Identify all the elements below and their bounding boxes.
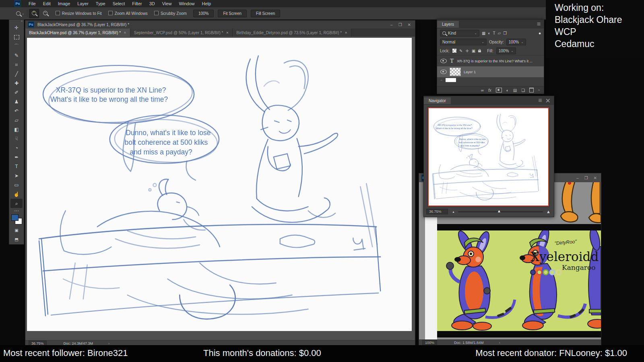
menu-view[interactable]: View bbox=[159, 1, 175, 6]
zoom-out-mountain-icon[interactable]: ▲ bbox=[452, 210, 455, 213]
filter-type-icon[interactable]: T bbox=[493, 31, 495, 35]
edit-toolbar-button[interactable]: ⋯ bbox=[10, 208, 23, 214]
zoom-100-button[interactable]: 100% bbox=[193, 10, 214, 17]
maximize-icon[interactable]: ❐ bbox=[398, 23, 402, 27]
navigator-zoom-slider[interactable]: ▲ bbox=[458, 211, 543, 212]
zoom-tool[interactable]: ⌕ bbox=[10, 199, 23, 208]
visibility-eye-icon[interactable] bbox=[440, 70, 447, 74]
lasso-tool[interactable]: ⌒ bbox=[10, 42, 23, 51]
slider-thumb[interactable]: ▲ bbox=[497, 209, 501, 213]
background-layer-row[interactable]: − bbox=[437, 77, 544, 82]
layers-panel-tab[interactable]: Layers bbox=[437, 21, 459, 28]
menu-edit[interactable]: Edit bbox=[39, 1, 54, 6]
tool-preset-picker[interactable]: ⌄ bbox=[14, 10, 27, 17]
menu-layer[interactable]: Layer bbox=[74, 1, 92, 6]
fill-screen-button[interactable]: Fill Screen bbox=[251, 10, 280, 17]
canvas-area[interactable] bbox=[26, 37, 415, 341]
link-layers-icon[interactable]: ∞ bbox=[481, 88, 484, 93]
tab-close-icon[interactable]: ✕ bbox=[124, 31, 126, 35]
new-layer-icon[interactable]: ❏ bbox=[521, 88, 525, 93]
document-window-titlebar[interactable]: Ps BlackJackOHare.psd @ 36.7% (Layer 1, … bbox=[25, 21, 415, 29]
close-icon[interactable]: ✕ bbox=[545, 97, 551, 105]
tab-september-wcp[interactable]: September_WCP.psd @ 50% (Layer 1, RGB/8#… bbox=[130, 29, 233, 37]
navigator-view-box[interactable] bbox=[428, 107, 549, 206]
status-menu-arrow-icon[interactable]: › bbox=[499, 341, 500, 345]
tab-close-icon[interactable]: ✕ bbox=[345, 31, 347, 35]
artboard[interactable] bbox=[27, 38, 412, 331]
crop-tool[interactable]: ⌗ bbox=[10, 60, 23, 70]
zoom-in-mountain-icon[interactable]: ▲ bbox=[546, 209, 551, 214]
filter-shape-icon[interactable]: ▱ bbox=[498, 31, 501, 35]
clone-stamp-tool[interactable]: ♟ bbox=[10, 97, 23, 107]
tab-birthday-eddie[interactable]: Birthday_Eddie_Dirtyroo.psd @ 73.5% (Lay… bbox=[233, 29, 351, 37]
layer-filter-dropdown[interactable]: Kind⌄ bbox=[440, 30, 479, 37]
delete-layer-icon[interactable] bbox=[529, 88, 534, 93]
filter-adjustment-icon[interactable]: ◐ bbox=[488, 31, 490, 35]
menu-type[interactable]: Type bbox=[92, 1, 109, 6]
add-mask-icon[interactable] bbox=[496, 88, 502, 93]
lock-artboard-icon[interactable]: ▣ bbox=[472, 49, 475, 53]
new-group-icon[interactable]: ▤ bbox=[513, 88, 517, 93]
blend-mode-dropdown[interactable]: Normal⌄ bbox=[440, 39, 487, 45]
background-layer-thumbnail[interactable] bbox=[446, 78, 456, 82]
close-icon[interactable]: ✕ bbox=[408, 23, 411, 27]
eyedropper-tool[interactable]: ╱ bbox=[10, 70, 23, 79]
dodge-tool[interactable]: ◔ bbox=[10, 143, 23, 152]
path-selection-tool[interactable]: ➤ bbox=[10, 171, 23, 180]
minimize-icon[interactable]: – bbox=[390, 23, 393, 27]
navigator-panel-tab[interactable]: Navigator bbox=[424, 97, 451, 104]
filter-pixel-icon[interactable]: ▦ bbox=[482, 31, 485, 35]
scrubby-zoom-checkbox[interactable]: Scrubby Zoom bbox=[154, 11, 187, 16]
opacity-dropdown[interactable]: 100%⌄ bbox=[506, 39, 526, 45]
gradient-tool[interactable]: ◧ bbox=[10, 125, 23, 134]
zoom-all-windows-checkbox[interactable]: Zoom All Windows bbox=[108, 11, 148, 16]
zoom-in-button[interactable]: + bbox=[29, 9, 39, 18]
maximize-icon[interactable]: ❐ bbox=[584, 176, 588, 180]
hidden-eye-slot[interactable]: − bbox=[440, 78, 442, 82]
lock-all-icon[interactable] bbox=[478, 50, 481, 52]
layer1-row[interactable]: Layer 1 bbox=[437, 66, 544, 77]
tab-close-icon[interactable]: ✕ bbox=[226, 31, 229, 35]
zoom-out-button[interactable]: – bbox=[41, 9, 50, 18]
hand-tool[interactable]: ☝ bbox=[10, 189, 23, 199]
menu-3d[interactable]: 3D bbox=[146, 1, 159, 6]
resize-windows-checkbox[interactable]: Resize Windows to Fit bbox=[56, 11, 102, 16]
history-brush-tool[interactable]: ↶ bbox=[10, 107, 23, 116]
tab-blackjackohare[interactable]: BlackJackOHare.psd @ 36.7% (Layer 1, RGB… bbox=[25, 29, 130, 37]
quick-mask-button[interactable]: ▣ bbox=[10, 226, 23, 235]
lock-pixels-icon[interactable]: ✎ bbox=[459, 49, 462, 53]
menu-filter[interactable]: Filter bbox=[128, 1, 145, 6]
visibility-eye-icon[interactable] bbox=[440, 59, 447, 63]
menu-window[interactable]: Window bbox=[175, 1, 198, 6]
lock-transparent-icon[interactable] bbox=[452, 49, 456, 53]
menu-select[interactable]: Select bbox=[109, 1, 129, 6]
navigator-preview[interactable] bbox=[427, 107, 550, 207]
filter-toggle-icon[interactable]: ● bbox=[539, 31, 541, 35]
menu-help[interactable]: Help bbox=[198, 1, 215, 6]
quick-selection-tool[interactable]: ✎ bbox=[10, 51, 23, 60]
fill-dropdown[interactable]: 100%⌄ bbox=[496, 47, 516, 54]
marquee-tool[interactable] bbox=[10, 33, 23, 42]
menu-file[interactable]: File bbox=[25, 1, 39, 6]
screen-mode-button[interactable]: ⬒ bbox=[10, 235, 23, 244]
healing-brush-tool[interactable]: ✚ bbox=[10, 79, 23, 88]
text-layer-row[interactable]: T XR-37Q is superior to the XN Line? Wha… bbox=[437, 55, 544, 66]
toolbar-collapse-icon[interactable]: » bbox=[21, 20, 24, 23]
photoshop-logo-icon[interactable]: Ps bbox=[14, 0, 21, 7]
move-tool[interactable]: ✛ bbox=[10, 23, 23, 33]
brush-tool[interactable]: ✐ bbox=[10, 88, 23, 97]
foreground-color-swatch[interactable] bbox=[11, 214, 19, 221]
smudge-tool[interactable]: ☟ bbox=[10, 134, 23, 143]
menu-image[interactable]: Image bbox=[54, 1, 74, 6]
layer1-thumbnail[interactable] bbox=[450, 68, 460, 76]
panel-menu-icon[interactable]: ≡ bbox=[538, 97, 542, 105]
layer-effects-icon[interactable]: fx bbox=[488, 88, 491, 93]
minimize-icon[interactable]: – bbox=[576, 176, 579, 180]
close-icon[interactable]: ✕ bbox=[594, 176, 597, 180]
scroll-caret-icon[interactable]: ^ bbox=[538, 88, 540, 92]
pen-tool[interactable]: ✒ bbox=[10, 152, 23, 162]
panel-menu-icon[interactable]: ≡ bbox=[537, 21, 544, 28]
fit-screen-button[interactable]: Fit Screen bbox=[218, 10, 247, 17]
eraser-tool[interactable]: ▱ bbox=[10, 116, 23, 125]
type-tool[interactable]: T bbox=[10, 162, 23, 171]
